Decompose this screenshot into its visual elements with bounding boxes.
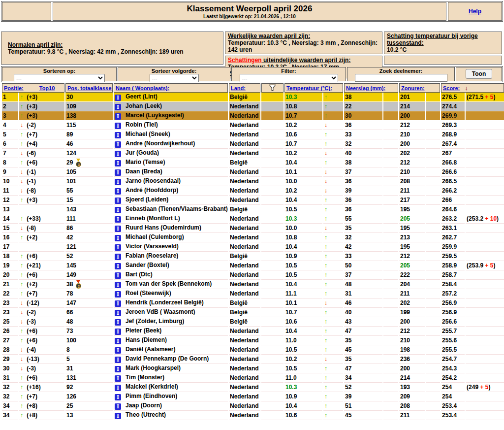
profile-badge-icon[interactable]: I	[115, 198, 121, 204]
temp-trend-arrow-icon: ↑	[324, 131, 329, 138]
profile-badge-icon[interactable]: I	[115, 310, 121, 316]
profile-badge-icon[interactable]: I	[115, 282, 121, 288]
temp-trend-arrow-icon: ↑	[324, 393, 329, 400]
sort-order-select[interactable]: ---	[150, 74, 199, 82]
temperatuur-sort-link[interactable]: Temperatuur (°C):	[286, 85, 332, 91]
profile-badge-icon[interactable]: I	[115, 272, 121, 279]
cell-spacer-2	[426, 327, 440, 336]
cell-neerslag: 35	[344, 355, 382, 364]
cell-temperatuur: 10.1	[284, 298, 322, 308]
cell-temperatuur: 10.1	[284, 167, 322, 177]
profile-badge-icon[interactable]: I	[115, 226, 121, 232]
profile-badge-icon[interactable]: I	[115, 179, 121, 185]
profile-badge-icon[interactable]: I	[115, 319, 121, 326]
cell-score: 254	[441, 392, 465, 401]
profile-badge-icon[interactable]: I	[115, 244, 121, 251]
sort-order-cell: Sorteer volgorde: ---	[118, 67, 230, 81]
cell-zonuren: 195	[399, 242, 425, 252]
profile-badge-icon[interactable]: I	[115, 95, 121, 101]
search-input[interactable]	[355, 74, 447, 82]
cell-pos-totaal: 86	[65, 224, 113, 233]
profile-badge-icon[interactable]: I	[115, 160, 121, 166]
cell-score-note	[466, 149, 504, 158]
table-row: 18 ↑ (+6) 52 IFabian (Roeselare) België …	[2, 252, 504, 261]
cell-temperatuur: 10.2	[284, 149, 322, 158]
profile-badge-icon[interactable]: I	[115, 413, 121, 419]
cell-land: België	[229, 205, 260, 214]
profile-badge-icon[interactable]: I	[115, 254, 121, 260]
filter-funnel-icon[interactable]	[269, 84, 276, 92]
profile-badge-icon[interactable]: I	[115, 141, 121, 148]
cell-zonuren: 212	[399, 327, 425, 336]
profile-badge-icon[interactable]: I	[115, 394, 121, 400]
cell-top10-change: ↑ (+16)	[19, 383, 64, 392]
land-sort-link[interactable]: Land:	[231, 85, 246, 91]
filter-select[interactable]: ---	[240, 74, 338, 82]
profile-badge-icon[interactable]: I	[115, 123, 121, 129]
cell-pos-totaal: 25	[65, 401, 113, 411]
cell-temp-arrow: ↑	[323, 261, 343, 270]
cell-pos-totaal: 126	[65, 392, 113, 401]
cell-neerslag: 42	[344, 242, 382, 252]
cell-naam: IFabian (Roeselare)	[114, 252, 228, 261]
show-button[interactable]: Toon	[466, 69, 492, 79]
profile-badge-icon[interactable]: I	[115, 104, 121, 110]
cell-pos-totaal: 5	[65, 355, 113, 364]
profile-badge-icon[interactable]: I	[115, 169, 121, 176]
last-updated-text: Laatst bijgewerkt op: 21-04-2026 , 12:10	[53, 14, 446, 19]
profile-badge-icon[interactable]: I	[115, 216, 121, 223]
table-row: 3 ↑ (+3) 138 IMarcel (Luyksgestel) Neder…	[2, 111, 504, 121]
cell-land: Nederland	[229, 280, 260, 289]
cell-filter-spacer	[261, 411, 284, 420]
normalen-box: Normalen april zijn: Temperatuur: 9.8 °C…	[1, 32, 223, 65]
cell-filter-spacer	[261, 289, 284, 298]
top10-link[interactable]: Top10	[39, 85, 55, 91]
zonuren-sort-link[interactable]: Zonuren:	[401, 85, 425, 91]
cell-filter-spacer	[261, 121, 284, 130]
cell-score: 255.7	[441, 327, 465, 336]
profile-badge-icon[interactable]: I	[115, 403, 121, 410]
help-link[interactable]: Help	[469, 8, 481, 15]
cell-filter-spacer	[261, 261, 284, 270]
profile-badge-icon[interactable]: I	[115, 263, 121, 269]
cell-filter-spacer	[261, 214, 284, 224]
cell-zonuren: 204	[399, 280, 425, 289]
cell-spacer-1	[383, 317, 398, 327]
profile-badge-icon[interactable]: I	[115, 347, 121, 354]
profile-badge-icon[interactable]: I	[115, 207, 121, 213]
profile-badge-icon[interactable]: I	[115, 366, 121, 372]
cell-temp-arrow: ↓	[323, 121, 343, 130]
cell-spacer-1	[383, 177, 398, 186]
profile-badge-icon[interactable]: I	[115, 291, 121, 298]
neerslag-sort-link[interactable]: Neerslag (mm):	[346, 85, 385, 91]
cell-neerslag: 35	[344, 224, 382, 233]
profile-badge-icon[interactable]: I	[115, 113, 121, 120]
profile-badge-icon[interactable]: I	[115, 235, 121, 241]
profile-badge-icon[interactable]: I	[115, 357, 121, 363]
sort-select[interactable]: ---	[14, 74, 105, 82]
profile-badge-icon[interactable]: I	[115, 385, 121, 391]
profile-badge-icon[interactable]: I	[115, 151, 121, 157]
cell-temperatuur: 10.3	[284, 214, 322, 224]
cell-land: Nederland	[229, 373, 260, 383]
profile-badge-icon[interactable]: I	[115, 300, 121, 307]
table-row: 8 ↑ (+6) 293 IMario (Temse) België 10.4 …	[2, 158, 504, 167]
cell-land: Nederland	[229, 383, 260, 392]
pos-totaal-sort-link[interactable]: Pos. totaalklassement:	[67, 85, 113, 91]
profile-badge-icon[interactable]: I	[115, 338, 121, 344]
cell-zonuren: 205	[399, 261, 425, 270]
profile-badge-icon[interactable]: I	[115, 375, 121, 382]
profile-badge-icon[interactable]: I	[115, 188, 121, 195]
profile-badge-icon[interactable]: I	[115, 329, 121, 335]
score-sort-link[interactable]: Score:	[443, 85, 460, 91]
naam-sort-link[interactable]: Naam ( Woonplaats):	[116, 85, 169, 91]
filter-cell: Filter: ---	[231, 67, 346, 81]
profile-badge-icon[interactable]: I	[115, 132, 121, 138]
cell-positie: 30	[2, 364, 18, 373]
cell-temp-arrow: ↑	[323, 373, 343, 383]
cell-naam: IVictor (Varsseveld)	[114, 242, 228, 252]
cell-pos-totaal: 48	[65, 317, 113, 327]
cell-naam: IJaap (Doorn)	[114, 401, 228, 411]
cell-score: 266.2	[441, 186, 465, 196]
positie-sort-link[interactable]: Positie:	[4, 85, 24, 91]
